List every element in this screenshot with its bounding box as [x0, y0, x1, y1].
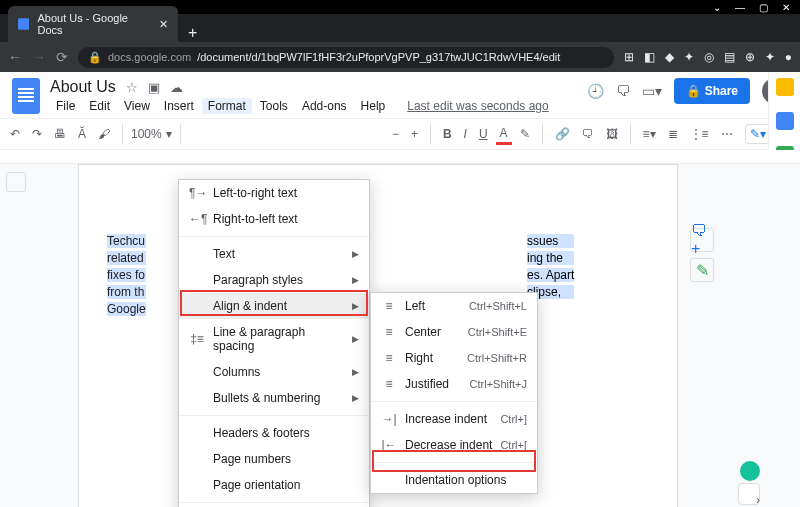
submenu-item-indentation-options[interactable]: Indentation options: [371, 467, 537, 493]
underline-button[interactable]: U: [475, 125, 492, 143]
menu-format[interactable]: Format: [202, 98, 252, 114]
ext-icon[interactable]: ◧: [644, 50, 655, 64]
font-size-dec[interactable]: −: [388, 125, 403, 143]
submenu-item-right[interactable]: ≡RightCtrl+Shift+R: [371, 345, 537, 371]
ext-icon[interactable]: ◆: [665, 50, 674, 64]
tab-title: About Us - Google Docs: [37, 12, 151, 36]
menu-item-line-spacing[interactable]: ‡≡Line & paragraph spacing▶: [179, 319, 369, 359]
doc-header: About Us ☆ ▣ ☁ FileEditViewInsertFormatT…: [0, 72, 800, 114]
url-bar[interactable]: 🔒 docs.google.com/document/d/1bqPW7lF1fH…: [78, 47, 614, 68]
menu-item-text[interactable]: Text▶: [179, 241, 369, 267]
keep-icon[interactable]: [776, 112, 794, 130]
ruler[interactable]: [0, 150, 800, 164]
align-button[interactable]: ≡▾: [639, 125, 660, 143]
menu-item-paragraph-styles[interactable]: Paragraph styles▶: [179, 267, 369, 293]
menu-item-page-numbers[interactable]: Page numbers: [179, 446, 369, 472]
menu-item-orientation[interactable]: Page orientation: [179, 472, 369, 498]
new-tab-button[interactable]: +: [178, 24, 207, 42]
font-size-inc[interactable]: +: [407, 125, 422, 143]
add-comment-button[interactable]: 🗨+: [690, 228, 714, 252]
menu-item-rtl[interactable]: ←¶Right-to-left text: [179, 206, 369, 232]
suggest-edit-button[interactable]: ✎: [690, 258, 714, 282]
menu-tools[interactable]: Tools: [254, 98, 294, 114]
italic-button[interactable]: I: [460, 125, 471, 143]
present-icon[interactable]: ▭▾: [642, 83, 662, 99]
move-icon[interactable]: ▣: [148, 80, 160, 95]
ext-icon[interactable]: ▤: [724, 50, 735, 64]
address-bar: ← → ⟳ 🔒 docs.google.com/document/d/1bqPW…: [0, 42, 800, 72]
print-button[interactable]: 🖶: [50, 125, 70, 143]
docs-favicon-icon: [18, 18, 29, 30]
back-button[interactable]: ←: [8, 49, 22, 65]
comments-icon[interactable]: 🗨: [616, 83, 630, 99]
docs-app: + About Us ☆ ▣ ☁ FileEditViewInsertForma…: [0, 72, 800, 507]
forward-button[interactable]: →: [32, 49, 46, 65]
reload-button[interactable]: ⟳: [56, 49, 68, 65]
menu-insert[interactable]: Insert: [158, 98, 200, 114]
submenu-item-center[interactable]: ≡CenterCtrl+Shift+E: [371, 319, 537, 345]
ext-icon[interactable]: ⊕: [745, 50, 755, 64]
browser-tab[interactable]: About Us - Google Docs ✕: [8, 6, 178, 42]
ext-puzzle-icon[interactable]: ✦: [765, 50, 775, 64]
url-host: docs.google.com: [108, 51, 191, 63]
menu-help[interactable]: Help: [355, 98, 392, 114]
ext-icon[interactable]: ⊞: [624, 50, 634, 64]
redo-button[interactable]: ↷: [28, 125, 46, 143]
tab-close-icon[interactable]: ✕: [159, 18, 168, 31]
menu-item-headers[interactable]: Headers & footers: [179, 420, 369, 446]
close-button[interactable]: ✕: [782, 2, 790, 13]
docs-logo-icon[interactable]: [12, 78, 40, 114]
image-button[interactable]: 🖼: [602, 125, 622, 143]
minimize-button[interactable]: —: [735, 2, 745, 13]
share-button[interactable]: 🔒 Share: [674, 78, 750, 104]
more-button[interactable]: ⋯: [717, 125, 737, 143]
calendar-icon[interactable]: [776, 78, 794, 96]
align-indent-submenu: ≡LeftCtrl+Shift+L ≡CenterCtrl+Shift+E ≡R…: [370, 292, 538, 494]
comment-button[interactable]: 🗨: [578, 125, 598, 143]
cloud-icon[interactable]: ☁: [170, 80, 183, 95]
list-button[interactable]: ⋮≡: [686, 125, 713, 143]
menu-item-align-indent[interactable]: Align & indent▶: [179, 293, 369, 319]
menu-item-ltr[interactable]: ¶→Left-to-right text: [179, 180, 369, 206]
submenu-item-decrease-indent[interactable]: |←Decrease indentCtrl+[: [371, 432, 537, 458]
extension-icons: ⊞ ◧ ◆ ✦ ◎ ▤ ⊕ ✦ ●: [624, 50, 792, 64]
profile-icon[interactable]: ●: [785, 50, 792, 64]
format-menu: ¶→Left-to-right text ←¶Right-to-left tex…: [178, 179, 370, 507]
lock-icon: 🔒: [88, 51, 102, 64]
undo-button[interactable]: ↶: [6, 125, 24, 143]
tab-strip: About Us - Google Docs ✕ +: [0, 14, 800, 42]
highlight-button[interactable]: ✎: [516, 125, 534, 143]
submenu-item-increase-indent[interactable]: →|Increase indentCtrl+]: [371, 406, 537, 432]
menu-file[interactable]: File: [50, 98, 81, 114]
spacing-button[interactable]: ≣: [664, 125, 682, 143]
paint-format-button[interactable]: 🖌: [94, 125, 114, 143]
ext-icon[interactable]: ◎: [704, 50, 714, 64]
toolbar: ↶ ↷ 🖶 Ă 🖌 100% ▾ − + B I U A ✎ 🔗 🗨 🖼 ≡▾ …: [0, 118, 800, 150]
link-button[interactable]: 🔗: [551, 125, 574, 143]
menu-view[interactable]: View: [118, 98, 156, 114]
menu-item-columns[interactable]: Columns▶: [179, 359, 369, 385]
zoom-select[interactable]: 100% ▾: [131, 127, 172, 141]
doc-title[interactable]: About Us: [50, 78, 116, 96]
menu-add-ons[interactable]: Add-ons: [296, 98, 353, 114]
maximize-button[interactable]: ▢: [759, 2, 768, 13]
menu-bar: FileEditViewInsertFormatToolsAdd-onsHelp…: [50, 98, 587, 114]
bold-button[interactable]: B: [439, 125, 456, 143]
menu-item-bullets[interactable]: Bullets & numbering▶: [179, 385, 369, 411]
text-color-button[interactable]: A: [496, 124, 512, 145]
scroll-right-button[interactable]: ›: [756, 493, 760, 507]
url-path: /document/d/1bqPW7lF1fHF3r2uPfoprVgPVP_g…: [197, 51, 560, 63]
svg-rect-0: [18, 18, 29, 29]
outline-toggle[interactable]: [6, 172, 26, 192]
body-text[interactable]: Techcurelatedfixes fofrom thGoogle: [107, 231, 146, 319]
spellcheck-button[interactable]: Ă: [74, 125, 90, 143]
menu-edit[interactable]: Edit: [83, 98, 116, 114]
submenu-item-left[interactable]: ≡LeftCtrl+Shift+L: [371, 293, 537, 319]
last-edit-link[interactable]: Last edit was seconds ago: [401, 98, 554, 114]
submenu-item-justified[interactable]: ≡JustifiedCtrl+Shift+J: [371, 371, 537, 397]
ext-icon[interactable]: ✦: [684, 50, 694, 64]
caret-down-icon[interactable]: ⌄: [713, 2, 721, 13]
grammarly-icon[interactable]: [740, 461, 760, 481]
history-icon[interactable]: 🕘: [587, 83, 604, 99]
star-icon[interactable]: ☆: [126, 80, 138, 95]
